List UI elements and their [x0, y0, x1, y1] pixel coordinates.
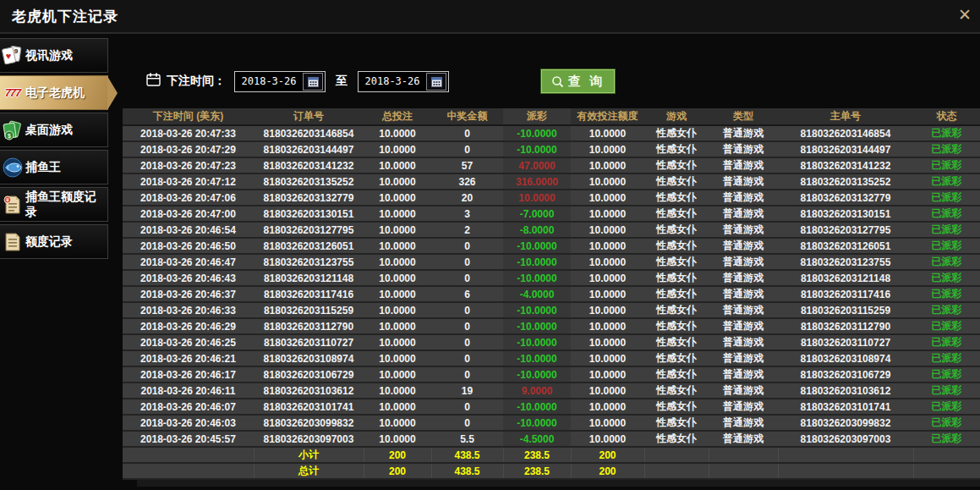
cell-order-no: 8180326203101741 — [254, 399, 364, 415]
svg-text:♥: ♥ — [6, 51, 12, 61]
cell-total-bet: 10.0000 — [364, 318, 431, 334]
cell-main-order-no: 8180326203099832 — [778, 415, 913, 431]
table-row: 2018-03-26 20:46:25818032620311072710.00… — [123, 334, 980, 350]
cell-main-order-no: 8180326203115259 — [778, 302, 913, 318]
total-empty — [123, 463, 254, 479]
cell-main-order-no: 8180326203130151 — [778, 206, 913, 222]
cell-game-type: 普通游戏 — [709, 415, 778, 431]
cell-total-bet: 10.0000 — [364, 302, 431, 318]
table-games-icon: $ — [0, 119, 25, 141]
cell-status: 已派彩 — [913, 254, 980, 270]
table-row: 2018-03-26 20:46:17818032620310672910.00… — [123, 366, 980, 383]
cell-game-type: 普通游戏 — [709, 334, 778, 350]
total-row: 总计 200 438.5 238.5 200 — [123, 463, 980, 479]
sidebar-item-table-games[interactable]: $ 桌面游戏 — [0, 113, 108, 147]
cell-valid-bet: 10.0000 — [571, 141, 644, 157]
cell-bet-time: 2018-03-26 20:46:43 — [123, 270, 254, 286]
cell-bet-time: 2018-03-26 20:47:33 — [123, 125, 254, 141]
sidebar-item-fishing-king[interactable]: 捕鱼王 — [0, 150, 108, 184]
date-to-calendar-button[interactable] — [426, 73, 446, 91]
cell-win-amount: 3 — [431, 206, 503, 222]
cell-valid-bet: 10.0000 — [571, 318, 644, 334]
cell-bet-time: 2018-03-26 20:47:29 — [123, 141, 254, 157]
cell-game: 性感女仆 — [644, 125, 709, 141]
cell-valid-bet: 10.0000 — [571, 157, 644, 173]
calendar-icon — [146, 73, 161, 90]
close-icon[interactable]: ✕ — [958, 7, 972, 23]
cell-payout: -10.0000 — [503, 334, 571, 350]
total-payout: 238.5 — [503, 463, 571, 479]
cell-game-type: 普通游戏 — [709, 431, 778, 447]
cell-payout: -10.0000 — [503, 366, 571, 383]
search-button[interactable]: 查 询 — [540, 69, 616, 94]
sidebar-item-video-games[interactable]: 9 ♥ 视讯游戏 — [0, 38, 108, 73]
subtotal-payout: 238.5 — [503, 447, 571, 463]
sidebar-item-fishing-king-quota-records[interactable]: ¥ 捕鱼王额度记录 — [0, 187, 108, 222]
subtotal-row: 小计 200 438.5 238.5 200 — [123, 447, 980, 463]
cell-game-type: 普通游戏 — [709, 254, 778, 270]
cell-valid-bet: 10.0000 — [571, 334, 644, 350]
table-row: 2018-03-26 20:47:06818032620313277910.00… — [123, 190, 980, 206]
cell-valid-bet: 10.0000 — [571, 286, 644, 302]
cell-win-amount: 19 — [431, 383, 503, 399]
cell-win-amount: 5.5 — [431, 431, 503, 447]
subtotal-label: 小计 — [254, 447, 364, 463]
cell-status: 已派彩 — [913, 366, 980, 383]
cell-game: 性感女仆 — [644, 399, 709, 415]
cell-order-no: 8180326203135252 — [254, 173, 364, 190]
slot-777-icon: 777 — [0, 86, 25, 99]
subtotal-bet: 200 — [364, 447, 431, 463]
total-win: 438.5 — [431, 463, 503, 479]
cell-main-order-no: 8180326203127795 — [778, 222, 913, 238]
cell-valid-bet: 10.0000 — [571, 173, 644, 190]
sidebar-item-quota-records[interactable]: 额度记录 — [0, 224, 108, 259]
table-row: 2018-03-26 20:46:54818032620312779510.00… — [123, 222, 980, 238]
cell-game: 性感女仆 — [644, 334, 709, 350]
cell-order-no: 8180326203115259 — [254, 302, 364, 318]
cell-order-no: 8180326203112790 — [254, 318, 364, 334]
cell-status: 已派彩 — [913, 141, 980, 157]
cell-game-type: 普通游戏 — [709, 350, 778, 366]
cell-win-amount: 0 — [431, 318, 503, 334]
sidebar-item-slots[interactable]: 777 电子老虎机 — [0, 75, 108, 110]
cell-total-bet: 10.0000 — [364, 286, 431, 302]
cell-order-no: 8180326203127795 — [254, 222, 364, 238]
cell-order-no: 8180326203117416 — [254, 286, 364, 302]
cell-game-type: 普通游戏 — [709, 270, 778, 286]
column-header-4: 派彩 — [503, 108, 571, 125]
cell-valid-bet: 10.0000 — [571, 125, 644, 141]
cell-bet-time: 2018-03-26 20:46:47 — [123, 254, 254, 270]
cell-game: 性感女仆 — [644, 157, 709, 173]
table-row: 2018-03-26 20:46:50818032620312605110.00… — [123, 238, 980, 254]
cell-game-type: 普通游戏 — [709, 399, 778, 415]
cell-valid-bet: 10.0000 — [571, 415, 644, 431]
cell-game-type: 普通游戏 — [709, 173, 778, 190]
cell-main-order-no: 8180326203141232 — [778, 157, 913, 173]
total-label: 总计 — [254, 463, 364, 479]
date-from-box — [234, 71, 326, 92]
cell-win-amount: 0 — [431, 415, 503, 431]
search-button-label: 查 询 — [568, 74, 605, 90]
date-from-calendar-button[interactable] — [303, 73, 323, 91]
cell-win-amount: 57 — [431, 157, 503, 173]
cell-main-order-no: 8180326203106729 — [778, 366, 913, 383]
cell-game-type: 普通游戏 — [709, 318, 778, 334]
table-row: 2018-03-26 20:47:29818032620314449710.00… — [123, 141, 980, 157]
cell-payout: -7.0000 — [503, 206, 571, 222]
cell-game-type: 普通游戏 — [709, 366, 778, 383]
svg-text:9: 9 — [14, 47, 19, 55]
cell-valid-bet: 10.0000 — [571, 350, 644, 366]
date-from-input[interactable] — [235, 75, 303, 87]
search-icon — [551, 75, 564, 88]
date-to-input[interactable] — [359, 75, 426, 87]
sidebar-item-label: 桌面游戏 — [25, 123, 73, 138]
cell-total-bet: 10.0000 — [364, 173, 431, 190]
cell-order-no: 8180326203110727 — [254, 334, 364, 350]
table-body: 2018-03-26 20:47:33818032620314685410.00… — [123, 125, 980, 447]
cell-main-order-no: 8180326203126051 — [778, 238, 913, 254]
cell-payout: -10.0000 — [503, 350, 571, 366]
cell-order-no: 8180326203123755 — [254, 254, 364, 270]
cell-main-order-no: 8180326203103612 — [778, 383, 913, 399]
cell-status: 已派彩 — [913, 222, 980, 238]
cell-total-bet: 10.0000 — [364, 206, 431, 222]
